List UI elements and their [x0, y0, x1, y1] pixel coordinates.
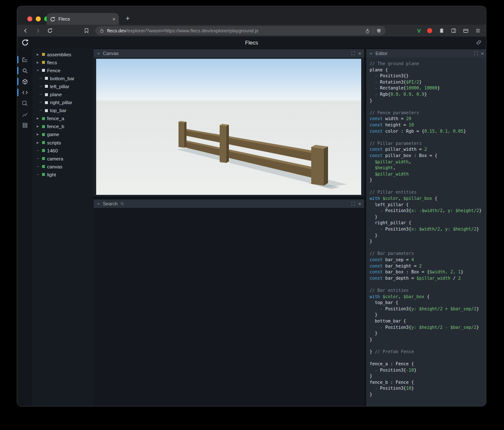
new-tab-button[interactable]: + — [123, 15, 132, 24]
code-line — [370, 281, 483, 287]
chevron-down-icon[interactable] — [97, 202, 100, 206]
expand-panel-icon[interactable] — [351, 51, 355, 55]
entity-label: game — [47, 132, 59, 137]
flecs-logo-icon[interactable] — [21, 39, 29, 46]
code-icon — [22, 89, 28, 96]
bookmark-icon[interactable] — [83, 27, 90, 34]
search-icon — [120, 202, 124, 206]
extension-icons: V — [417, 28, 481, 34]
memory-icon-button[interactable] — [17, 120, 32, 131]
forward-button[interactable] — [34, 27, 41, 34]
entity-tree-panel: ▶assemblies▶flecs▼Fencebottom_barleft_pi… — [32, 48, 94, 406]
tree-item-game[interactable]: ▶game — [32, 131, 94, 139]
code-line: } — [370, 312, 483, 318]
entity-kind-square — [42, 157, 45, 160]
code-line: - Position3{y: $height/2 - $bar_sep/2} — [370, 324, 483, 330]
code-line: left_pillar { — [370, 202, 483, 208]
entity-label: right_pillar — [50, 100, 72, 105]
reload-button[interactable] — [47, 27, 53, 34]
entity-kind-square — [42, 149, 45, 152]
stats-icon-button[interactable] — [17, 109, 32, 120]
brave-shield-icon[interactable] — [376, 28, 381, 34]
tree-item-plane[interactable]: plane — [32, 90, 94, 98]
address-bar[interactable]: flecs.dev/explorer/?wasm=https://www.fle… — [95, 26, 386, 35]
active-panel-indicator — [17, 56, 18, 63]
canvas-panel-header: Canvas × — [94, 49, 364, 58]
expand-arrow-icon[interactable]: ▶ — [36, 53, 40, 56]
expand-arrow-icon[interactable]: ▶ — [36, 141, 40, 144]
entity-label: flecs — [47, 60, 57, 65]
editor-code[interactable]: // The ground planeplane { - Position3{}… — [366, 58, 486, 406]
memory-icon — [22, 122, 28, 128]
canvas-3d-viewport[interactable] — [96, 59, 361, 195]
code-icon-button[interactable] — [17, 87, 32, 98]
entity-label: Fence — [47, 68, 60, 73]
expand-arrow-icon[interactable]: ▶ — [36, 133, 40, 136]
close-panel-button[interactable]: × — [480, 51, 484, 56]
code-line: plane { — [370, 67, 483, 73]
chevron-down-icon[interactable] — [369, 52, 373, 55]
window-close-button[interactable] — [27, 16, 32, 21]
tree-item-flecs[interactable]: ▶flecs — [32, 58, 94, 66]
code-line: // Pillar parameters — [370, 140, 483, 147]
tree-item-right_pillar[interactable]: right_pillar — [32, 99, 94, 107]
tree-item-left_pillar[interactable]: left_pillar — [32, 82, 94, 90]
back-button[interactable] — [22, 27, 29, 34]
expand-arrow-icon[interactable]: ▶ — [36, 125, 40, 128]
tab-title: Flecs — [58, 16, 109, 21]
flecs-favicon-icon — [50, 16, 55, 22]
chevron-down-icon[interactable] — [97, 52, 100, 55]
v-extension-icon[interactable]: V — [417, 28, 421, 34]
expand-arrow-icon[interactable]: ▶ — [36, 61, 40, 64]
code-line: - Position3{10} — [370, 385, 483, 391]
tree-item-top_bar[interactable]: top_bar — [32, 107, 94, 115]
code-line: } — [370, 232, 483, 239]
tree-icon-button[interactable] — [17, 54, 32, 65]
code-line: } — [370, 330, 483, 336]
code-line: $height, — [370, 165, 483, 171]
tree-item-camera[interactable]: camera — [32, 155, 94, 163]
inspect-icon-button[interactable] — [17, 98, 32, 109]
tree-item-scripts[interactable]: ▶scripts — [32, 139, 94, 147]
tree-item-1460[interactable]: 1460 — [32, 147, 94, 155]
expand-panel-icon[interactable] — [351, 202, 355, 206]
window-minimize-button[interactable] — [36, 16, 41, 21]
entity-label: plane — [50, 92, 62, 97]
entity-kind-square — [42, 69, 45, 72]
code-line: - Position3{x: -$width/2, y: $height/2} — [370, 207, 483, 214]
expand-panel-icon[interactable] — [474, 51, 478, 55]
browser-tab-flecs[interactable]: Flecs × — [47, 13, 119, 25]
collapse-arrow-icon[interactable]: ▼ — [36, 69, 40, 72]
tree-item-light[interactable]: light — [32, 170, 94, 178]
share-link-icon[interactable] — [476, 39, 482, 45]
code-line: - Rotation3{$PI/2} — [370, 79, 483, 85]
entity-kind-square — [42, 61, 45, 64]
tree-item-bottom_bar[interactable]: bottom_bar — [32, 74, 94, 82]
close-panel-button[interactable]: × — [358, 201, 361, 207]
extensions-puzzle-icon[interactable] — [438, 28, 444, 34]
sidebar-toggle-icon[interactable] — [451, 28, 457, 34]
tab-close-button[interactable]: × — [112, 16, 116, 22]
menu-icon[interactable] — [475, 28, 481, 34]
entity-label: camera — [47, 156, 63, 161]
share-icon[interactable] — [365, 28, 370, 34]
code-line: with $color, $bar_box { — [370, 294, 483, 300]
tree-item-fence_a[interactable]: ▶fence_a — [32, 115, 94, 123]
search-icon-button[interactable] — [17, 65, 32, 76]
tree-item-canvas[interactable]: canvas — [32, 163, 94, 170]
entity-label: 1460 — [47, 148, 58, 153]
code-line: - Position3{-10} — [370, 367, 483, 373]
tree-item-Fence[interactable]: ▼Fence — [32, 66, 94, 74]
code-line: - Position3{} — [370, 73, 483, 79]
tree-item-assemblies[interactable]: ▶assemblies — [32, 50, 94, 58]
scene-icon-button[interactable] — [17, 76, 32, 87]
expand-arrow-icon[interactable]: ▶ — [36, 117, 40, 120]
code-line: } — [370, 177, 483, 183]
search-panel-header: Search × — [94, 199, 364, 208]
close-panel-button[interactable]: × — [358, 51, 361, 56]
red-extension-icon[interactable] — [427, 28, 432, 33]
center-column: Canvas × — [94, 48, 364, 406]
wallet-icon[interactable] — [463, 28, 469, 34]
tree-item-fence_b[interactable]: ▶fence_b — [32, 123, 94, 131]
entity-kind-square — [42, 117, 45, 120]
